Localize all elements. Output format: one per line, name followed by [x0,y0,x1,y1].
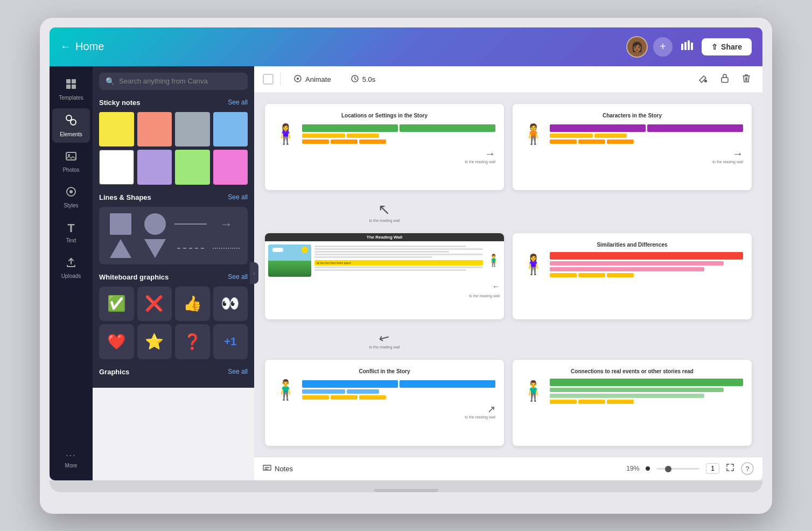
search-input[interactable] [119,77,241,85]
figure-person-3: 🧍‍♂️ [486,254,501,268]
svg-rect-0 [681,44,683,50]
arrow-connector-right [513,199,752,225]
paint-bucket-button[interactable] [695,70,711,88]
wb-item-plus1[interactable]: +1 [213,324,248,359]
slide-similarities[interactable]: Similarities and Differences 🧍‍♀️ [513,233,752,319]
empty-connector-2 [513,328,752,351]
wb-item-eyes[interactable]: 👀 [213,287,248,322]
wb-item-question[interactable]: ❓ [175,324,210,359]
text-icon: T [67,221,74,235]
sidebar-item-styles[interactable]: Styles [52,180,90,214]
time-button[interactable]: 5.0s [344,71,382,88]
sidebar-label-photos: Photos [62,167,79,173]
zoom-track[interactable] [656,468,699,470]
svg-point-13 [69,190,73,193]
more-icon: ··· [66,451,76,460]
slide-checkbox[interactable] [263,74,274,85]
panel-collapse-handle[interactable]: ‹ [250,262,258,284]
sidebar-item-elements[interactable]: Elements [52,108,90,143]
shape-circle[interactable] [140,213,170,235]
fullscreen-button[interactable] [726,463,734,474]
lines-shapes-title: Lines & Shapes [99,193,151,201]
canvas-scroll[interactable]: Locations or Settings in the Story 🧍‍♀️ [254,93,762,457]
lines-shapes-see-all[interactable]: See all [228,193,248,201]
page-number-button[interactable]: 1 [706,463,719,474]
sticky-note-salmon[interactable] [137,112,172,147]
sidebar-item-more[interactable]: ··· More [52,445,90,474]
sticky-note-yellow[interactable] [99,112,134,147]
canvas-toolbar: Animate 5.0s [254,66,762,93]
share-button[interactable]: ⇧ Share [702,38,752,55]
slide-reading-wall[interactable]: The Reading Wall [265,233,504,319]
add-button[interactable]: + [653,37,673,57]
templates-icon [65,78,77,93]
sidebar-item-text[interactable]: T Text [52,216,90,249]
wb-item-star[interactable]: ⭐ [137,324,172,359]
figure-person-5: 🧍‍♂️ [274,379,298,401]
shape-triangle-up[interactable] [106,239,136,258]
svg-rect-6 [66,85,71,89]
shape-dotted-line[interactable] [211,239,241,258]
laptop-notch [374,489,438,492]
avatar[interactable]: 👩🏾 [626,36,648,58]
wb-item-heart[interactable]: ❤️ [99,324,134,359]
back-icon: ← [60,40,71,53]
back-button[interactable]: ← Home [60,40,104,53]
whiteboard-graphics-header: Whiteboard graphics See all [99,273,248,281]
toolbar-divider [280,73,281,86]
graphics-see-all[interactable]: See all [228,368,248,375]
sticky-note-gray[interactable] [175,112,210,147]
slide-characters[interactable]: Characters in the Story 🧍 [513,104,752,190]
svg-rect-5 [72,79,76,83]
slide-locations[interactable]: Locations or Settings in the Story 🧍‍♀️ [265,104,504,190]
sidebar-label-more: More [65,463,78,469]
sticky-note-green[interactable] [175,150,210,185]
sticky-notes-see-all[interactable]: See all [228,99,248,106]
sticky-note-pink[interactable] [213,150,248,185]
help-button[interactable]: ? [741,462,754,475]
sticky-note-white[interactable] [99,150,134,185]
shape-line[interactable] [174,213,207,235]
sidebar-item-templates[interactable]: Templates [52,73,90,106]
svg-point-17 [704,80,707,82]
shape-square[interactable] [106,213,136,235]
sticky-note-purple[interactable] [137,150,172,185]
lock-button[interactable] [717,70,732,88]
svg-rect-18 [722,78,728,82]
wb-item-x[interactable]: ❌ [137,287,172,322]
search-bar[interactable]: 🔍 [99,73,248,90]
whiteboard-graphics-title: Whiteboard graphics [99,273,169,281]
zoom-percentage: 19% [626,465,639,472]
sidebar-label-text: Text [66,237,76,243]
wb-item-checkmark[interactable]: ✅ [99,287,134,322]
shape-triangle-down[interactable] [140,239,170,258]
sidebar-item-uploads[interactable]: Uploads [52,251,90,284]
graphics-header: Graphics See all [99,368,248,376]
notes-button[interactable]: Notes [263,464,293,473]
slide-6-title: Connections to real events or other stor… [521,368,743,374]
sticky-note-blue[interactable] [213,112,248,147]
arrow-connector-left: ↙ to the reading wall [265,199,504,225]
landscape-image [268,244,311,277]
analytics-button[interactable] [678,37,696,56]
slide-2-title: Characters in the Story [521,113,743,118]
shape-dashed-line[interactable] [174,239,207,258]
home-title: Home [75,40,104,53]
graphics-title: Graphics [99,368,129,376]
slide-conflict[interactable]: Conflict in the Story 🧍‍♂️ [265,360,504,446]
sidebar-label-templates: Templates [59,95,83,101]
svg-rect-2 [688,40,690,50]
slide-connections[interactable]: Connections to real events or other stor… [513,360,752,446]
icon-sidebar: Templates Elements [50,66,93,480]
whiteboard-graphics-see-all[interactable]: See all [228,273,248,281]
delete-button[interactable] [739,70,754,88]
sidebar-item-photos[interactable]: Photos [52,145,90,178]
svg-rect-3 [691,43,693,50]
photos-icon [65,150,77,165]
sticky-notes-grid [99,112,248,185]
animate-button[interactable]: Animate [287,71,338,88]
wb-item-thumbsup[interactable]: 👍 [175,287,210,322]
elements-icon [65,114,78,129]
shape-arrow[interactable]: → [211,213,241,235]
zoom-thumb[interactable] [665,466,671,472]
